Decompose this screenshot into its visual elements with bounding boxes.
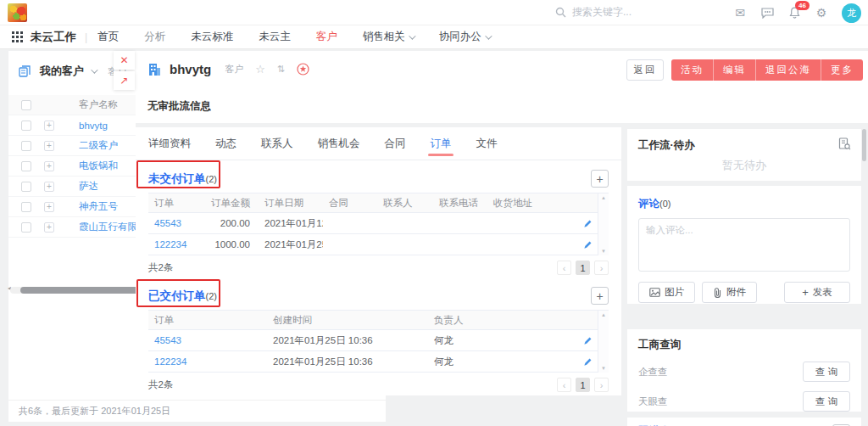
detail-tabs: 详细资料 动态 联系人 销售机会 合同 订单 文件 xyxy=(136,127,621,160)
activity-button[interactable]: 活动 xyxy=(671,59,714,81)
tab-details[interactable]: 详细资料 xyxy=(148,127,191,160)
customer-link[interactable]: 二级客户 xyxy=(79,139,118,152)
workflow-title: 工作流·待办 xyxy=(638,138,695,153)
expand-row-icon[interactable]: + xyxy=(44,161,54,171)
scroll-up-icon[interactable]: ▲ xyxy=(601,195,606,200)
add-order-button[interactable]: + xyxy=(591,170,609,188)
nav-item-customer[interactable]: 客户 xyxy=(316,30,337,44)
edit-pencil-icon[interactable] xyxy=(583,336,593,345)
page-scrollbar-thumb[interactable] xyxy=(862,129,866,161)
chevron-down-icon[interactable] xyxy=(91,66,97,73)
edit-button[interactable]: 编辑 xyxy=(714,59,756,81)
nav-item-analysis[interactable]: 分析 xyxy=(144,30,165,44)
bell-icon[interactable]: 46 xyxy=(787,6,801,20)
chat-icon[interactable] xyxy=(760,6,774,20)
app-logo[interactable] xyxy=(8,3,27,22)
row-count: 共2条 xyxy=(148,378,173,391)
crm-screen: 搜索关键字... ✉ 46 ⚙ 龙 未云工作 | 首页 分析 未云标准 未云主 … xyxy=(0,0,868,426)
tab-contracts[interactable]: 合同 xyxy=(385,127,406,160)
scroll-up-icon[interactable]: ▲ xyxy=(601,312,606,317)
row-checkbox[interactable] xyxy=(21,222,31,233)
scroll-down-icon[interactable]: ▼ xyxy=(601,366,606,371)
customer-name: bhvytg xyxy=(170,62,211,76)
tab-files[interactable]: 文件 xyxy=(476,127,498,160)
action-button-group: 活动 编辑 退回公海 更多 xyxy=(671,59,863,81)
row-checkbox[interactable] xyxy=(21,161,31,171)
nav-item-main[interactable]: 未云主 xyxy=(259,30,291,44)
chevron-down-icon xyxy=(409,32,415,39)
tab-contacts[interactable]: 联系人 xyxy=(261,127,293,160)
nav-item-home[interactable]: 首页 xyxy=(97,30,119,44)
customer-link[interactable]: bhvytg xyxy=(79,121,108,131)
customer-link[interactable]: 霞山五行有限 xyxy=(79,221,137,233)
lookup-row: 企查查 查 询 xyxy=(638,362,850,382)
expand-row-icon[interactable]: + xyxy=(44,121,54,131)
list-footer: 共6条，最后更新于 2021年01月25日 xyxy=(8,400,386,422)
row-checkbox[interactable] xyxy=(21,202,31,212)
add-order-button[interactable]: + xyxy=(591,287,609,305)
edit-pencil-icon[interactable] xyxy=(583,357,593,367)
add-attachment-button[interactable]: 附件 xyxy=(702,282,757,303)
workflow-search-icon[interactable] xyxy=(838,137,851,150)
next-page-button[interactable]: › xyxy=(594,378,609,392)
customer-detail-header: bhvytg 客户 ☆ ⇅ 返回 活动 编辑 退回公海 更多 无审批流信息 xyxy=(136,51,868,123)
sort-arrows-icon[interactable]: ⇅ xyxy=(277,64,285,75)
comments-card: 评论(0) 图片 附件 + 发表 xyxy=(627,186,861,304)
nav-item-sales[interactable]: 销售相关 xyxy=(363,30,414,44)
column-customer-name: 客户名称 xyxy=(79,98,118,111)
post-comment-button[interactable]: + 发表 xyxy=(784,282,850,303)
tab-opportunities[interactable]: 销售机会 xyxy=(318,127,360,160)
edit-pencil-icon[interactable] xyxy=(583,240,593,249)
nav-item-collab[interactable]: 协同办公 xyxy=(439,30,490,44)
nav-divider: | xyxy=(85,31,87,43)
prev-page-button[interactable]: ‹ xyxy=(557,261,571,275)
query-button[interactable]: 查 询 xyxy=(803,391,850,412)
mail-icon[interactable]: ✉ xyxy=(733,6,747,20)
tab-activity[interactable]: 动态 xyxy=(215,127,236,160)
tab-orders[interactable]: 订单 xyxy=(431,127,452,160)
edit-pencil-icon[interactable] xyxy=(583,219,593,228)
close-icon[interactable]: ✕ xyxy=(114,51,135,70)
order-link[interactable]: 45543 xyxy=(154,335,181,345)
record-type-label: 客户 xyxy=(225,63,243,76)
expand-row-icon[interactable]: + xyxy=(44,141,54,151)
vertical-scrollbar[interactable]: ▲ ▼ xyxy=(598,193,609,255)
expand-panel-icon[interactable]: ↗ xyxy=(114,71,135,90)
nav-item-standard[interactable]: 未云标准 xyxy=(191,30,233,44)
page-number[interactable]: 1 xyxy=(576,261,590,275)
gear-icon[interactable]: ⚙ xyxy=(815,6,828,20)
row-checkbox[interactable] xyxy=(21,141,31,151)
workspace-title[interactable]: 未云工作 xyxy=(31,30,76,45)
select-all-checkbox[interactable] xyxy=(21,100,31,110)
row-checkbox[interactable] xyxy=(21,182,31,192)
business-lookup-card: 工商查询 企查查 查 询 天眼查 查 询 xyxy=(627,329,861,412)
scroll-down-icon[interactable]: ▼ xyxy=(601,249,606,254)
return-to-pool-button[interactable]: 退回公海 xyxy=(756,59,821,81)
order-link[interactable]: 122234 xyxy=(154,239,186,249)
customer-link[interactable]: 萨达 xyxy=(79,180,98,193)
query-button[interactable]: 查 询 xyxy=(803,362,850,382)
expand-row-icon[interactable]: + xyxy=(44,222,54,233)
expand-row-icon[interactable]: + xyxy=(44,182,54,192)
star-icon[interactable]: ☆ xyxy=(255,63,265,76)
list-view-title[interactable]: 我的客户 xyxy=(40,64,84,79)
building-icon xyxy=(147,63,162,76)
add-image-button[interactable]: 图片 xyxy=(638,282,695,303)
row-checkbox[interactable] xyxy=(21,121,31,131)
order-link[interactable]: 122234 xyxy=(154,356,186,367)
vertical-scrollbar[interactable]: ▲ ▼ xyxy=(598,311,609,373)
page-number[interactable]: 1 xyxy=(576,378,590,392)
global-search[interactable]: 搜索关键字... xyxy=(555,5,632,20)
comments-title: 评论(0) xyxy=(638,198,670,210)
back-button[interactable]: 返回 xyxy=(626,59,664,81)
customer-link[interactable]: 电饭锅和 xyxy=(79,160,118,172)
prev-page-button[interactable]: ‹ xyxy=(557,378,571,392)
order-link[interactable]: 45543 xyxy=(154,218,181,228)
next-page-button[interactable]: › xyxy=(594,261,609,275)
customer-link[interactable]: 神舟五号 xyxy=(79,200,118,213)
comment-input[interactable] xyxy=(638,218,850,272)
expand-row-icon[interactable]: + xyxy=(44,202,54,212)
apps-grid-icon[interactable] xyxy=(12,31,23,42)
more-button[interactable]: 更多 xyxy=(821,59,863,81)
avatar[interactable]: 龙 xyxy=(842,3,861,23)
